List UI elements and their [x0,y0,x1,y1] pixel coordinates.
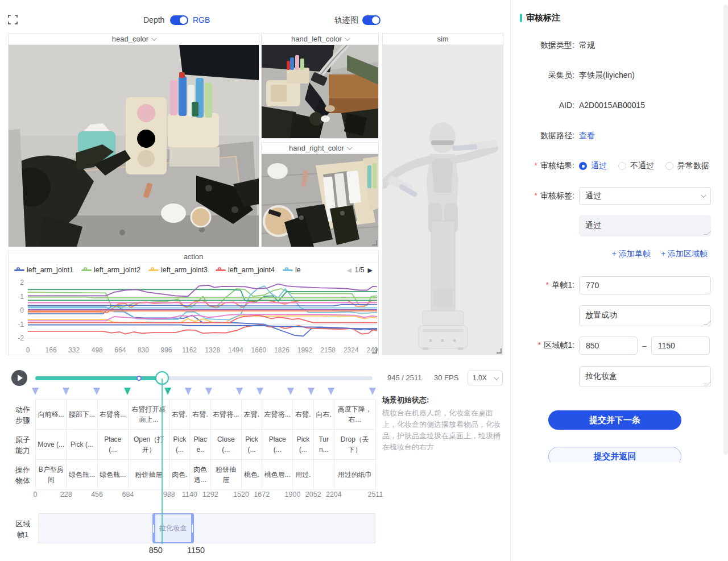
region-start-input[interactable]: 850 [579,336,638,355]
step-boundary-marker[interactable] [93,388,100,395]
required-asterisk: * [534,191,537,200]
legend-item[interactable]: left_arm_joint2 [81,266,140,274]
add-region-frame-link[interactable]: + 添加区域帧 [661,249,708,259]
toggle-knob [372,16,379,24]
step-boundary-marker[interactable] [257,388,263,395]
svg-text:1: 1 [20,293,24,301]
review-tag-label-text: 审核标签: [540,191,574,200]
region-frame-track[interactable]: 拉化妆盒 [38,513,375,543]
step-table-cell: Place (... [98,430,129,460]
step-table-cell: 桃色唇... [262,460,293,490]
depth-rgb-toggle[interactable] [170,15,188,25]
field-aid: AID: A2D0015AB00015 [511,101,728,110]
field-collector: 采集员: 李轶晨(liyichen) [511,70,728,81]
view-link[interactable]: 查看 [579,131,595,141]
review-tag-select[interactable]: 通过 [579,187,711,205]
review-result-radio-group: 通过不通过异常数据 [579,161,717,171]
step-boundary-marker[interactable] [205,388,212,395]
region-start-value: 850 [149,546,163,555]
review-result-radio[interactable] [579,162,587,170]
fps-label: 30 FPS [434,373,458,382]
panel-resize-handle[interactable] [497,348,502,354]
panel-scrollbar[interactable] [723,5,728,455]
step-table-cell: 左臂将... [262,400,293,430]
chevron-down-icon [347,144,353,150]
step-boundary-marker[interactable] [308,388,315,395]
rgb-toggle-label: RGB [193,15,210,24]
scene-initial-state: 场景初始状态: 梳妆台在机器人前，化妆盒在桌面上，化妆盒的侧边摆放着物品，化妆品… [382,395,506,454]
panel-resize-handle[interactable] [372,240,377,246]
step-table-cell: 肉色. [169,460,190,490]
step-table-cell: Pick (... [293,430,313,460]
tag-note-textarea[interactable]: 通过 [579,215,711,236]
legend-item[interactable]: left_arm_joint1 [14,266,73,274]
frame-axis-label: 0 [34,491,38,498]
review-result-radio[interactable] [618,162,626,170]
step-boundary-marker[interactable] [32,388,39,395]
x-tick-label: 996 [161,346,172,354]
region-start-handle[interactable] [152,514,155,542]
radio-option-label[interactable]: 异常数据 [677,161,709,171]
field-tag-note: 通过 [511,215,728,236]
fullscreen-icon[interactable] [8,15,18,24]
step-boundary-marker[interactable] [124,388,131,395]
radio-option-label[interactable]: 不通过 [630,161,654,171]
frame-axis-label: 2052 [305,491,321,498]
step-boundary-marker[interactable] [185,388,192,395]
step-table-cell: 右臂打开桌面上... [129,400,169,430]
legend-item[interactable]: le [283,266,301,274]
camera-select-hand-left[interactable]: hand_left_color [262,34,378,45]
resize-grip-icon[interactable] [704,321,712,325]
joint-trajectory-chart[interactable]: 210-1-2 [9,277,378,343]
submit-return-button[interactable]: 提交并返回 [548,447,681,462]
step-boundary-marker[interactable] [328,388,334,395]
legend-prev-icon[interactable]: ◀ [346,267,351,274]
sim-robot-view [383,45,503,355]
add-single-frame-link[interactable]: + 添加单帧 [612,249,651,259]
legend-next-icon[interactable]: ▶ [368,267,373,274]
trajectory-toggle-label: 轨迹图 [334,15,358,26]
x-tick-label: 1328 [205,346,220,354]
region-frame-note-textarea[interactable]: 拉化妆盒 [579,366,711,387]
step-table-cell: 高度下降，右... [334,400,376,430]
step-boundary-marker[interactable] [236,388,243,395]
camera-select-hand-right[interactable]: hand_right_color [262,143,378,154]
resize-grip-icon[interactable] [704,231,712,235]
trajectory-toggle[interactable] [362,15,380,25]
camera-select-head[interactable]: head_color [9,34,259,45]
single-frame-marker-dot[interactable] [136,376,142,381]
step-table-cell: 腰部下... [67,400,97,430]
field-region-frame: * 区域帧1: 850 – 1150 [511,336,728,355]
step-boundary-marker[interactable] [369,388,376,395]
scene-title: 场景初始状态: [382,395,506,405]
radio-option-label[interactable]: 通过 [591,161,607,171]
step-boundary-marker[interactable] [287,388,294,395]
speed-select[interactable]: 1.0X [468,371,503,385]
legend-marker-icon [283,268,293,272]
legend-item[interactable]: left_arm_joint4 [216,266,275,274]
region-end-input[interactable]: 1150 [651,336,710,355]
resize-grip-icon[interactable] [704,381,712,385]
playback-slider[interactable] [35,376,373,380]
step-table-cell: 右臂. [190,400,210,430]
step-table-cell: Pick (... [169,430,190,460]
step-boundary-marker[interactable] [63,388,69,395]
step-table-cell: Place (... [262,430,293,460]
panel-resize-handle[interactable] [372,348,377,354]
depth-toggle-label: Depth [143,15,164,24]
region-frame-block[interactable]: 拉化妆盒 [153,513,193,543]
single-frame-input[interactable]: 770 [579,276,711,294]
step-table-cell: 用过的纸巾 [334,460,376,490]
camera-panel-head: head_color [8,33,259,247]
region-end-handle[interactable] [191,514,194,542]
play-button[interactable] [11,370,27,386]
aid-value: A2D0015AB00015 [579,101,645,110]
field-review-tag: * 审核标签: 通过 [511,187,728,205]
legend-item[interactable]: left_arm_joint3 [148,266,208,274]
submit-next-button[interactable]: 提交并下一条 [548,410,681,430]
chevron-down-icon [151,35,157,41]
step-table-cell: 用过. [293,460,313,490]
review-result-radio[interactable] [665,162,673,170]
step-boundary-marker[interactable] [164,388,171,395]
single-frame-note-textarea[interactable]: 放置成功 [579,305,711,326]
